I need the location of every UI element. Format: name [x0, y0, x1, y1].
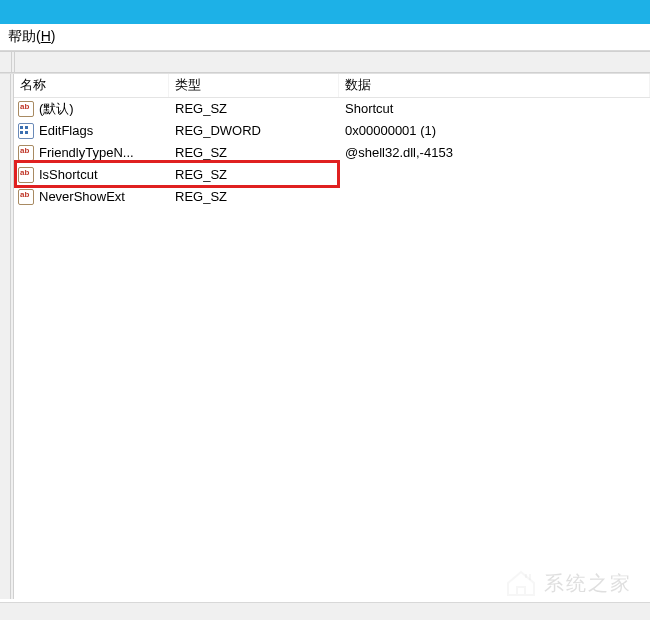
- registry-listview[interactable]: 名称 类型 数据 (默认) REG_SZ Shortcut EditFlags …: [14, 74, 650, 599]
- menubar[interactable]: 帮助(H): [0, 24, 650, 51]
- table-row[interactable]: EditFlags REG_DWORD 0x00000001 (1): [14, 120, 650, 142]
- reg-dword-icon: [18, 123, 34, 139]
- value-name: EditFlags: [39, 120, 93, 142]
- column-header-type[interactable]: 类型: [169, 74, 339, 97]
- value-data: @shell32.dll,-4153: [339, 142, 650, 164]
- value-type: REG_DWORD: [169, 120, 339, 142]
- divider: [11, 52, 12, 72]
- column-header-data[interactable]: 数据: [339, 74, 650, 97]
- value-type: REG_SZ: [169, 164, 339, 186]
- value-data: [339, 186, 650, 208]
- table-row[interactable]: (默认) REG_SZ Shortcut: [14, 98, 650, 120]
- table-row[interactable]: FriendlyTypeN... REG_SZ @shell32.dll,-41…: [14, 142, 650, 164]
- value-data: Shortcut: [339, 98, 650, 120]
- pane-splitter[interactable]: [0, 74, 14, 599]
- value-type: REG_SZ: [169, 98, 339, 120]
- value-data: 0x00000001 (1): [339, 120, 650, 142]
- column-headers[interactable]: 名称 类型 数据: [14, 74, 650, 98]
- reg-string-icon: [18, 145, 34, 161]
- rows-container: (默认) REG_SZ Shortcut EditFlags REG_DWORD…: [14, 98, 650, 208]
- divider: [14, 52, 15, 72]
- value-name: FriendlyTypeN...: [39, 142, 134, 164]
- value-data: [339, 164, 650, 186]
- reg-string-icon: [18, 101, 34, 117]
- value-name: NeverShowExt: [39, 186, 125, 208]
- table-row[interactable]: NeverShowExt REG_SZ: [14, 186, 650, 208]
- value-type: REG_SZ: [169, 142, 339, 164]
- table-row[interactable]: IsShortcut REG_SZ: [14, 164, 650, 186]
- statusbar: [0, 602, 650, 620]
- value-name: IsShortcut: [39, 164, 98, 186]
- column-header-name[interactable]: 名称: [14, 74, 169, 97]
- value-name: (默认): [39, 98, 74, 120]
- reg-string-icon: [18, 189, 34, 205]
- reg-string-icon: [18, 167, 34, 183]
- menu-help[interactable]: 帮助(H): [8, 28, 55, 44]
- address-bar[interactable]: [0, 51, 650, 73]
- window-titlebar: [0, 0, 650, 24]
- value-type: REG_SZ: [169, 186, 339, 208]
- content-area: 名称 类型 数据 (默认) REG_SZ Shortcut EditFlags …: [0, 73, 650, 599]
